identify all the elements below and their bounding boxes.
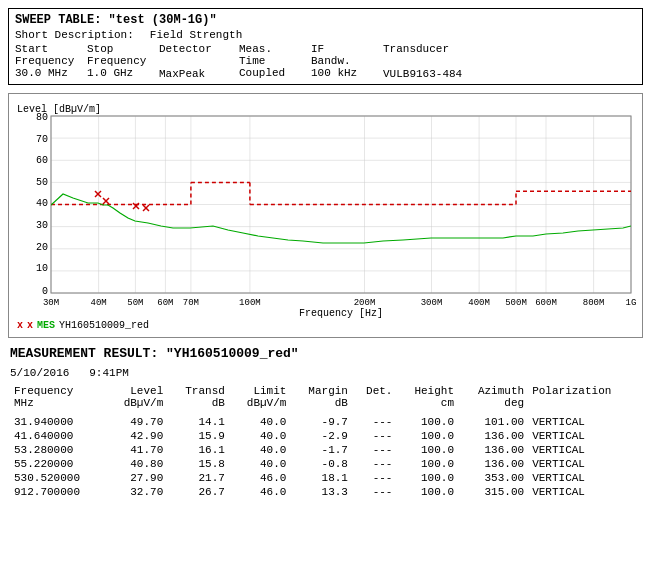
th-polarization: Polarization — [528, 385, 641, 397]
table-row: 55.220000 40.80 15.8 40.0 -0.8 --- 100.0… — [10, 457, 641, 471]
th-azimuth: Azimuth — [458, 385, 528, 397]
cell-transd: 15.8 — [167, 457, 229, 471]
cell-height: 100.0 — [396, 415, 458, 429]
cell-level: 40.80 — [106, 457, 168, 471]
cell-limit: 40.0 — [229, 429, 291, 443]
th-margin: Margin — [290, 385, 352, 397]
frequency-sub2: Frequency — [87, 55, 159, 67]
col-headers-row: Frequency Level Transd Limit Margin Det.… — [10, 385, 641, 397]
cell-height: 100.0 — [396, 429, 458, 443]
th-height: Height — [396, 385, 458, 397]
y-axis-label: Level [dBµV/m] — [17, 104, 101, 115]
svg-text:500M: 500M — [505, 298, 527, 308]
sweep-table: SWEEP TABLE: "test (30M-1G)" Short Descr… — [8, 8, 643, 85]
cell-limit: 46.0 — [229, 485, 291, 499]
result-section: MEASUREMENT RESULT: "YH160510009_red" 5/… — [8, 346, 643, 499]
svg-text:40M: 40M — [90, 298, 106, 308]
cell-azimuth: 136.00 — [458, 443, 528, 457]
cell-det: --- — [352, 485, 396, 499]
sweep-title: SWEEP TABLE: "test (30M-1G)" — [15, 13, 636, 27]
legend-filename: YH160510009_red — [59, 320, 149, 331]
if-header: IF — [311, 43, 383, 55]
col-start: Start Frequency 30.0 MHz — [15, 43, 87, 80]
svg-text:70M: 70M — [183, 298, 199, 308]
cell-polarization: VERTICAL — [528, 485, 641, 499]
svg-text:400M: 400M — [468, 298, 490, 308]
svg-text:40: 40 — [36, 198, 48, 209]
cell-height: 100.0 — [396, 485, 458, 499]
cell-polarization: VERTICAL — [528, 457, 641, 471]
cell-polarization: VERTICAL — [528, 415, 641, 429]
cell-det: --- — [352, 415, 396, 429]
cell-height: 100.0 — [396, 471, 458, 485]
table-row: 31.940000 49.70 14.1 40.0 -9.7 --- 100.0… — [10, 415, 641, 429]
col-transducer: Transducer VULB9163-484 — [383, 43, 483, 80]
svg-text:50: 50 — [36, 177, 48, 188]
cell-freq: 55.220000 — [10, 457, 106, 471]
svg-text:100M: 100M — [239, 298, 261, 308]
svg-text:50M: 50M — [127, 298, 143, 308]
th-freq-unit: MHz — [10, 397, 106, 409]
meas-header: Meas. — [239, 43, 311, 55]
cell-margin: -2.9 — [290, 429, 352, 443]
cell-freq: 530.520000 — [10, 471, 106, 485]
cell-freq: 41.640000 — [10, 429, 106, 443]
th-limit-unit: dBµV/m — [229, 397, 291, 409]
cell-polarization: VERTICAL — [528, 471, 641, 485]
cell-margin: -9.7 — [290, 415, 352, 429]
cell-level: 42.90 — [106, 429, 168, 443]
svg-text:200M: 200M — [354, 298, 376, 308]
svg-text:10: 10 — [36, 263, 48, 274]
svg-text:60: 60 — [36, 155, 48, 166]
th-level: Level — [106, 385, 168, 397]
th-transd-unit: dB — [167, 397, 229, 409]
legend-mes: MES — [37, 320, 55, 331]
detector-val: MaxPeak — [159, 68, 239, 80]
cell-det: --- — [352, 443, 396, 457]
y-labels: 80 70 60 50 40 30 20 10 0 — [36, 112, 48, 297]
cell-det: --- — [352, 429, 396, 443]
x-axis-label: Frequency [Hz] — [299, 308, 383, 318]
cell-margin: 18.1 — [290, 471, 352, 485]
col-detector: Detector MaxPeak — [159, 43, 239, 80]
cell-limit: 40.0 — [229, 415, 291, 429]
cell-margin: -0.8 — [290, 457, 352, 471]
start-header: Start — [15, 43, 87, 55]
result-datetime: 5/10/2016 9:41PM — [10, 367, 641, 379]
th-transd: Transd — [167, 385, 229, 397]
cell-azimuth: 353.00 — [458, 471, 528, 485]
col-units-row: MHz dBµV/m dB dBµV/m dB cm deg — [10, 397, 641, 409]
cell-azimuth: 136.00 — [458, 429, 528, 443]
col-stop: Stop Frequency 1.0 GHz — [87, 43, 159, 80]
x-labels: 30M 40M 50M 60M 70M 100M 200M 300M 400M … — [43, 298, 637, 308]
cell-azimuth: 101.00 — [458, 415, 528, 429]
cell-limit: 40.0 — [229, 443, 291, 457]
svg-text:30: 30 — [36, 220, 48, 231]
cell-limit: 46.0 — [229, 471, 291, 485]
cell-polarization: VERTICAL — [528, 443, 641, 457]
cell-azimuth: 315.00 — [458, 485, 528, 499]
chart-legend: x x MES YH160510009_red — [13, 318, 638, 333]
svg-text:0: 0 — [42, 286, 48, 297]
col-if: IF Bandw. 100 kHz — [311, 43, 383, 80]
start-val: 30.0 MHz — [15, 67, 87, 79]
chart-container: Level [dBµV/m] — [8, 93, 643, 338]
result-table: Frequency Level Transd Limit Margin Det.… — [10, 385, 641, 499]
transducer-header: Transducer — [383, 43, 483, 55]
cell-limit: 40.0 — [229, 457, 291, 471]
table-row: 912.700000 32.70 26.7 46.0 13.3 --- 100.… — [10, 485, 641, 499]
cell-transd: 21.7 — [167, 471, 229, 485]
transducer-val: VULB9163-484 — [383, 68, 483, 80]
svg-text:800M: 800M — [583, 298, 605, 308]
svg-text:1G: 1G — [626, 298, 637, 308]
stop-val: 1.0 GHz — [87, 67, 159, 79]
svg-text:600M: 600M — [535, 298, 557, 308]
cell-margin: 13.3 — [290, 485, 352, 499]
cell-azimuth: 136.00 — [458, 457, 528, 471]
frequency-sub1: Frequency — [15, 55, 87, 67]
cell-freq: 53.280000 — [10, 443, 106, 457]
th-margin-unit: dB — [290, 397, 352, 409]
cell-polarization: VERTICAL — [528, 429, 641, 443]
cell-level: 49.70 — [106, 415, 168, 429]
chart-svg: Level [dBµV/m] — [13, 98, 643, 318]
